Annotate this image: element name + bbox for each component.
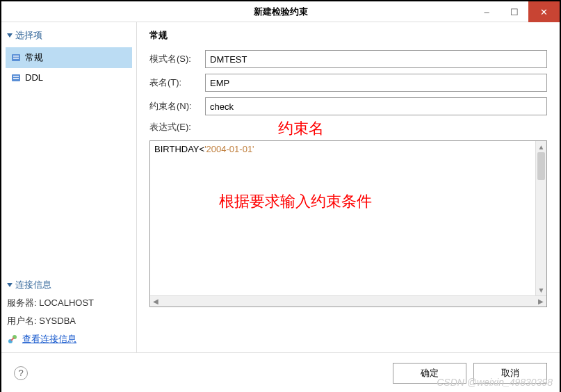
props-icon (11, 73, 21, 83)
schema-input[interactable] (205, 50, 547, 68)
sidebar-item-label: DDL (25, 72, 43, 83)
svg-rect-2 (13, 58, 19, 59)
sidebar-item-general[interactable]: 常规 (6, 47, 132, 68)
title-bar: 新建检验约束 – ☐ ✕ (1, 1, 560, 22)
scroll-up-icon[interactable]: ▲ (536, 141, 546, 152)
svg-rect-5 (13, 78, 19, 79)
schema-label: 模式名(S): (149, 53, 200, 65)
window-title: 新建检验约束 (254, 6, 308, 18)
connection-server: 服务器: LOCALHOST (6, 294, 132, 312)
props-icon (11, 53, 21, 63)
content-panel: 常规 模式名(S): 表名(T): 约束名(N): 表达式(E): BIRTHD… (137, 22, 560, 352)
scroll-thumb[interactable] (537, 152, 545, 180)
sidebar: 选择项 常规 DDL 连接信息 服务器: LOCALHOST (1, 22, 137, 352)
scroll-left-icon[interactable]: ◀ (150, 296, 161, 307)
scroll-right-icon[interactable]: ▶ (535, 296, 546, 307)
close-button[interactable]: ✕ (528, 1, 560, 22)
sidebar-section-connection[interactable]: 连接信息 (6, 276, 132, 294)
sidebar-section-label: 选择项 (15, 29, 42, 42)
view-connection-link[interactable]: 查看连接信息 (6, 330, 132, 348)
expression-code: BIRTHDAY<'2004-01-01' (150, 141, 546, 157)
content-heading: 常规 (149, 29, 547, 50)
sidebar-item-ddl[interactable]: DDL (6, 68, 132, 87)
sidebar-item-label: 常规 (25, 51, 43, 64)
dialog-footer: ? 确定 取消 (1, 352, 560, 392)
help-button[interactable]: ? (14, 366, 28, 380)
svg-rect-1 (13, 56, 19, 57)
scroll-down-icon[interactable]: ▼ (536, 284, 546, 295)
expression-textarea[interactable]: BIRTHDAY<'2004-01-01' ▲ ▼ ◀ ▶ (149, 140, 547, 307)
constraint-input[interactable] (205, 97, 547, 115)
annotation-expression-hint: 根据要求输入约束条件 (219, 191, 372, 212)
sidebar-section-options[interactable]: 选择项 (6, 26, 132, 44)
svg-rect-4 (13, 76, 19, 77)
table-label: 表名(T): (149, 76, 200, 89)
connection-icon (7, 334, 18, 345)
vertical-scrollbar[interactable]: ▲ ▼ (535, 141, 546, 295)
horizontal-scrollbar[interactable]: ◀ ▶ (150, 295, 546, 307)
maximize-button[interactable]: ☐ (501, 1, 528, 22)
chevron-down-icon (7, 283, 13, 287)
expression-label: 表达式(E): (149, 121, 200, 133)
sidebar-section-label: 连接信息 (15, 279, 51, 291)
table-input[interactable] (205, 74, 547, 92)
ok-button[interactable]: 确定 (393, 363, 466, 384)
cancel-button[interactable]: 取消 (473, 363, 547, 384)
window-buttons: – ☐ ✕ (473, 1, 560, 22)
minimize-button[interactable]: – (473, 1, 501, 22)
annotation-constraint-name: 约束名 (278, 118, 324, 139)
chevron-down-icon (7, 33, 13, 38)
constraint-label: 约束名(N): (149, 100, 200, 113)
connection-user: 用户名: SYSDBA (6, 312, 132, 330)
